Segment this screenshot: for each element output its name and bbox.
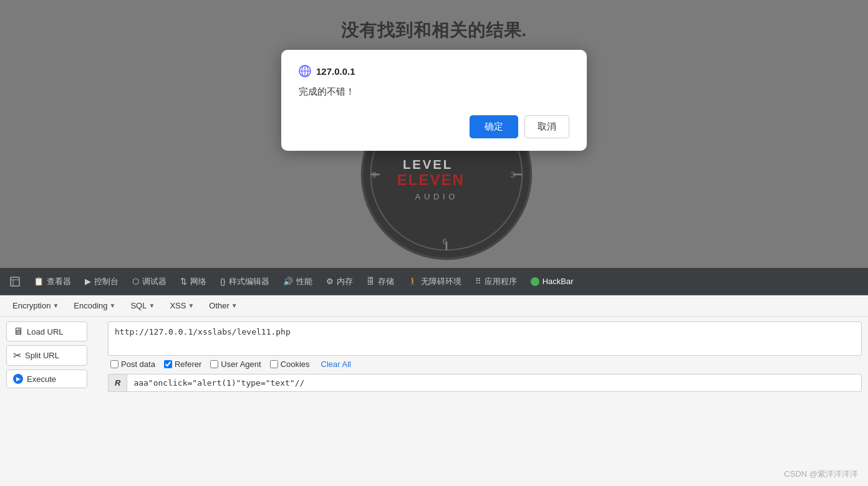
tab-application[interactable]: ⠿ 应用程序 bbox=[469, 274, 523, 290]
xss-chevron: ▼ bbox=[188, 302, 194, 309]
memory-icon: ⚙ bbox=[326, 277, 334, 286]
encryption-chevron: ▼ bbox=[52, 302, 59, 309]
post-data-checkbox-label[interactable]: Post data bbox=[110, 360, 155, 369]
dialog-title: 127.0.0.1 bbox=[316, 66, 355, 77]
dialog-message: 完成的不错！ bbox=[299, 86, 569, 98]
user-agent-checkbox[interactable] bbox=[210, 360, 218, 368]
menu-encoding[interactable]: Encoding ▼ bbox=[67, 299, 122, 312]
referer-row: R bbox=[108, 374, 862, 392]
menu-encryption[interactable]: Encryption ▼ bbox=[6, 299, 65, 312]
csdn-watermark: CSDN @紫洋洋洋洋 bbox=[784, 469, 858, 480]
user-agent-checkbox-label[interactable]: User Agent bbox=[210, 360, 261, 369]
tab-console[interactable]: ▶ 控制台 bbox=[79, 274, 125, 290]
tab-debugger[interactable]: ⬡ 调试器 bbox=[126, 274, 173, 290]
performance-icon: 🔊 bbox=[283, 277, 293, 286]
cookies-checkbox-label[interactable]: Cookies bbox=[270, 360, 310, 369]
storage-icon: 🗄 bbox=[367, 277, 375, 286]
tab-style-editor[interactable]: {} 样式编辑器 bbox=[214, 274, 276, 290]
dialog-header: 127.0.0.1 bbox=[299, 65, 569, 77]
globe-icon bbox=[299, 65, 311, 77]
accessibility-icon: 🚶 bbox=[408, 277, 418, 286]
referer-checkbox-label[interactable]: Referer bbox=[164, 360, 201, 369]
hackbar-icon bbox=[531, 277, 539, 286]
sql-chevron: ▼ bbox=[148, 302, 155, 309]
alert-dialog: 127.0.0.1 完成的不错！ 确定 取消 bbox=[281, 50, 587, 151]
devtools-toolbar: 📋 查看器 ▶ 控制台 ⬡ 调试器 ⇅ 网络 {} 样式编辑器 🔊 性能 ⚙ 内… bbox=[0, 268, 868, 295]
other-chevron: ▼ bbox=[231, 302, 238, 309]
hackbar-panel: Encryption ▼ Encoding ▼ SQL ▼ XSS ▼ Othe… bbox=[0, 295, 868, 486]
network-icon: ⇅ bbox=[180, 277, 187, 286]
execute-button[interactable]: ▶ Execute bbox=[6, 369, 87, 388]
encoding-chevron: ▼ bbox=[110, 302, 116, 309]
menu-sql[interactable]: SQL ▼ bbox=[124, 299, 161, 312]
tab-network[interactable]: ⇅ 网络 bbox=[174, 274, 213, 290]
hackbar-main-content: 🖥 Load URL ✂ Split URL ▶ Execute Post da… bbox=[0, 317, 868, 486]
tab-accessibility[interactable]: 🚶 无障碍环境 bbox=[402, 274, 468, 290]
hackbar-right-area: Post data Referer User Agent Cookies Cle… bbox=[108, 322, 862, 481]
dialog-cancel-button[interactable]: 取消 bbox=[524, 115, 569, 138]
cookies-checkbox[interactable] bbox=[270, 360, 278, 368]
referer-label-box: R bbox=[108, 374, 127, 392]
tab-storage[interactable]: 🗄 存储 bbox=[360, 274, 400, 290]
post-data-checkbox[interactable] bbox=[110, 360, 118, 368]
application-icon: ⠿ bbox=[475, 277, 481, 286]
dialog-overlay: 127.0.0.1 完成的不错！ 确定 取消 bbox=[0, 0, 868, 268]
load-url-button[interactable]: 🖥 Load URL bbox=[6, 322, 87, 341]
split-url-icon: ✂ bbox=[13, 350, 21, 361]
clear-all-link[interactable]: Clear All bbox=[321, 360, 351, 369]
referer-input[interactable] bbox=[127, 374, 862, 392]
inspector-icon: 📋 bbox=[34, 277, 44, 286]
hackbar-left-buttons: 🖥 Load URL ✂ Split URL ▶ Execute bbox=[6, 322, 103, 481]
referer-checkbox[interactable] bbox=[164, 360, 172, 368]
dialog-confirm-button[interactable]: 确定 bbox=[470, 115, 518, 138]
style-icon: {} bbox=[220, 277, 226, 286]
hackbar-checkboxes-row: Post data Referer User Agent Cookies Cle… bbox=[108, 356, 862, 373]
tab-memory[interactable]: ⚙ 内存 bbox=[320, 274, 359, 290]
debugger-icon: ⬡ bbox=[132, 277, 139, 286]
execute-icon: ▶ bbox=[13, 374, 23, 384]
load-url-icon: 🖥 bbox=[13, 326, 23, 337]
tab-performance[interactable]: 🔊 性能 bbox=[277, 274, 319, 290]
svg-rect-17 bbox=[11, 277, 19, 286]
split-url-button[interactable]: ✂ Split URL bbox=[6, 345, 87, 366]
menu-xss[interactable]: XSS ▼ bbox=[163, 299, 200, 312]
devtools-inspector-icon[interactable] bbox=[4, 274, 26, 289]
hackbar-menu: Encryption ▼ Encoding ▼ SQL ▼ XSS ▼ Othe… bbox=[0, 295, 868, 317]
menu-other[interactable]: Other ▼ bbox=[203, 299, 243, 312]
url-input[interactable] bbox=[108, 322, 862, 356]
console-icon: ▶ bbox=[85, 277, 91, 286]
dialog-buttons: 确定 取消 bbox=[299, 115, 569, 138]
tab-hackbar[interactable]: HackBar bbox=[524, 274, 580, 288]
tab-inspector[interactable]: 📋 查看器 bbox=[27, 274, 77, 290]
